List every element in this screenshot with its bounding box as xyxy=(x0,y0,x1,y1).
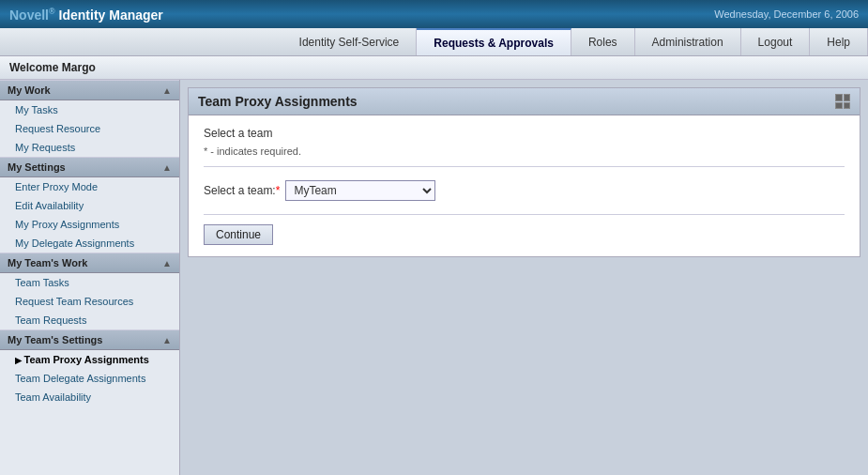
welcome-bar: Welcome Margo xyxy=(0,56,868,80)
divider-top xyxy=(204,166,845,167)
logo-registered: ® xyxy=(49,7,55,16)
header-date: Wednesday, December 6, 2006 xyxy=(714,8,859,20)
tab-requests-approvals[interactable]: Requests & Approvals xyxy=(417,28,571,55)
sidebar-item-enter-proxy-mode[interactable]: Enter Proxy Mode xyxy=(0,177,179,196)
sidebar-item-team-delegate-assignments[interactable]: Team Delegate Assignments xyxy=(0,369,179,388)
select-team-label: Select a team:* xyxy=(204,184,280,197)
tab-roles[interactable]: Roles xyxy=(571,28,635,55)
sidebar-section-my-work-label: My Work xyxy=(8,84,51,96)
tab-identity-self-service[interactable]: Identity Self-Service xyxy=(282,28,418,55)
sidebar-collapse-my-teams-work[interactable]: ▲ xyxy=(162,258,172,268)
sidebar: My Work ▲ My Tasks Request Resource My R… xyxy=(0,80,180,475)
sidebar-item-team-requests[interactable]: Team Requests xyxy=(0,311,179,329)
page-title: Team Proxy Assignments xyxy=(198,94,358,109)
navigation-bar: Identity Self-Service Requests & Approva… xyxy=(0,28,868,56)
sidebar-item-request-team-resources[interactable]: Request Team Resources xyxy=(0,292,179,311)
intro-text: Select a team xyxy=(204,127,845,140)
sidebar-section-my-work: My Work ▲ xyxy=(0,80,179,100)
app-logo: Novell® Identity Manager xyxy=(9,7,163,23)
welcome-text: Welcome Margo xyxy=(9,61,96,74)
divider-bottom xyxy=(204,214,845,215)
select-team-dropdown[interactable]: MyTeam xyxy=(285,180,435,201)
sidebar-item-my-proxy-assignments[interactable]: My Proxy Assignments xyxy=(0,215,179,234)
logo-novell: Novell xyxy=(9,7,49,22)
select-team-row: Select a team:* MyTeam xyxy=(204,180,845,201)
content-body: Select a team * - indicates required. Se… xyxy=(189,115,860,256)
sidebar-section-my-teams-work-label: My Team's Work xyxy=(8,257,87,268)
content-panel: Team Proxy Assignments Select a team * -… xyxy=(188,87,860,257)
sidebar-item-my-delegate-assignments[interactable]: My Delegate Assignments xyxy=(0,234,179,253)
required-note: * - indicates required. xyxy=(204,146,845,157)
app-header: Novell® Identity Manager Wednesday, Dece… xyxy=(0,0,868,28)
tab-administration[interactable]: Administration xyxy=(635,28,741,55)
sidebar-item-team-proxy-assignments[interactable]: Team Proxy Assignments xyxy=(0,350,179,369)
sidebar-section-my-teams-settings-label: My Team's Settings xyxy=(8,334,102,345)
sidebar-collapse-my-teams-settings[interactable]: ▲ xyxy=(162,335,172,345)
sidebar-item-request-resource[interactable]: Request Resource xyxy=(0,119,179,138)
sidebar-section-my-teams-settings: My Team's Settings ▲ xyxy=(0,329,179,350)
tab-logout[interactable]: Logout xyxy=(741,28,811,55)
sidebar-section-my-settings: My Settings ▲ xyxy=(0,157,179,177)
required-marker: * xyxy=(276,184,281,197)
continue-button[interactable]: Continue xyxy=(204,224,273,245)
logo-product: Identity Manager xyxy=(59,7,163,22)
tab-help[interactable]: Help xyxy=(810,28,868,55)
sidebar-collapse-my-work[interactable]: ▲ xyxy=(162,85,172,96)
sidebar-item-edit-availability[interactable]: Edit Availability xyxy=(0,196,179,215)
sidebar-item-my-tasks[interactable]: My Tasks xyxy=(0,100,179,119)
sidebar-item-team-availability[interactable]: Team Availability xyxy=(0,388,179,406)
sidebar-collapse-my-settings[interactable]: ▲ xyxy=(162,162,172,173)
grid-view-icon[interactable] xyxy=(835,94,850,109)
sidebar-section-my-teams-work: My Team's Work ▲ xyxy=(0,253,179,273)
content-panel-header: Team Proxy Assignments xyxy=(189,88,860,115)
sidebar-item-my-requests[interactable]: My Requests xyxy=(0,138,179,157)
content-area: Team Proxy Assignments Select a team * -… xyxy=(180,80,868,475)
main-layout: My Work ▲ My Tasks Request Resource My R… xyxy=(0,80,868,475)
sidebar-section-my-settings-label: My Settings xyxy=(8,161,66,173)
sidebar-item-team-tasks[interactable]: Team Tasks xyxy=(0,273,179,292)
